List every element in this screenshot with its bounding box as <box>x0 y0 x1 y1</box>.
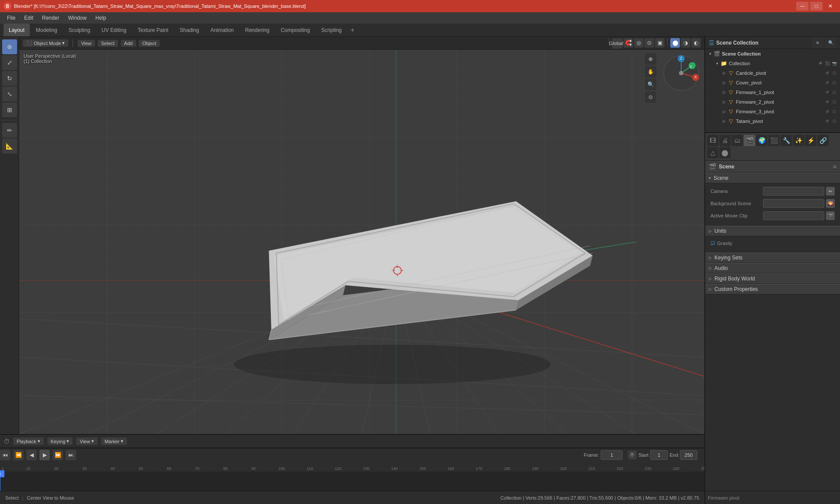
object-properties-tab[interactable]: ⬛ <box>768 135 780 146</box>
tab-layout[interactable]: Layout <box>4 24 30 36</box>
gravity-checkbox[interactable]: ☑ <box>710 240 715 246</box>
outliner-row-firmware1[interactable]: ▷ ▽ Firmware_1_pivot ↺ ⬡ <box>705 88 840 97</box>
global-local-toggle[interactable]: Global ▾ <box>612 38 623 49</box>
particles-properties-tab[interactable]: ✨ <box>793 135 804 146</box>
object-data-properties-tab[interactable]: △ <box>707 147 718 158</box>
firmware1-vis-icon[interactable]: ↺ <box>824 89 830 95</box>
view-menu-timeline-button[interactable]: View ▾ <box>76 438 98 445</box>
collection-viewport-icon[interactable]: ⬛ <box>824 60 830 66</box>
navigation-gizmo[interactable]: Y X Z <box>662 53 701 93</box>
keying-menu-button[interactable]: Keying ▾ <box>47 438 73 445</box>
material-preview-icon[interactable]: ◑ <box>681 38 690 48</box>
outliner-row-canticle[interactable]: ▷ ▽ Canticle_pivot ↺ ⬡ <box>705 68 840 78</box>
firmware3-mesh-icon[interactable]: ⬡ <box>831 108 837 115</box>
maximize-button[interactable]: □ <box>810 2 822 10</box>
marker-menu-button[interactable]: Marker ▾ <box>101 438 127 445</box>
prev-keyframe-button[interactable]: ⏪ <box>13 450 24 460</box>
canticle-mesh-icon[interactable]: ⬡ <box>831 70 837 76</box>
keying-sets-section-header[interactable]: ▷ Keying Sets <box>705 252 840 263</box>
outliner-row-tatami[interactable]: ▷ ▽ Tatami_pivot ↺ ⬡ <box>705 116 840 126</box>
menu-edit[interactable]: Edit <box>21 14 37 22</box>
transform-tool-button[interactable]: ⊞ <box>2 102 17 117</box>
tab-modeling[interactable]: Modeling <box>31 24 63 36</box>
tab-uv-editing[interactable]: UV Editing <box>96 24 132 36</box>
collection-visibility-icon[interactable]: 👁 <box>817 60 823 66</box>
collection-toggle[interactable]: ▾ <box>714 60 720 66</box>
active-movie-clip-value[interactable] <box>763 211 824 220</box>
tab-compositing[interactable]: Compositing <box>276 24 315 36</box>
output-properties-tab[interactable]: 🖨 <box>719 135 731 146</box>
tatami-mesh-icon[interactable]: ⬡ <box>831 118 837 124</box>
render-properties-tab[interactable]: 🎞 <box>707 135 718 146</box>
outliner-row-cover[interactable]: ▷ ▽ Cover_pivot ↺ ⬡ <box>705 78 840 88</box>
xray-icon[interactable]: ▣ <box>655 38 665 48</box>
collection-render-icon[interactable]: 📷 <box>831 60 837 66</box>
reverse-play-button[interactable]: ◀ <box>26 450 37 460</box>
viewport-tool-2[interactable]: ✋ <box>645 66 656 77</box>
background-scene-value[interactable] <box>763 199 824 208</box>
firmware3-vis-icon[interactable]: ↺ <box>824 108 830 115</box>
mode-selector-button[interactable]: ⬛ Object Mode ▾ <box>23 39 68 47</box>
menu-help[interactable]: Help <box>92 14 110 22</box>
physics-properties-tab[interactable]: ⚡ <box>805 135 816 146</box>
viewport-3d[interactable]: ⬛ Object Mode ▾ View Select Add Object G… <box>19 37 704 434</box>
firmware1-mesh-icon[interactable]: ⬡ <box>831 89 837 95</box>
menu-window[interactable]: Window <box>64 14 90 22</box>
viewport-tool-1[interactable]: ⊕ <box>645 53 656 65</box>
tab-scripting[interactable]: Scripting <box>316 24 347 36</box>
camera-value-field[interactable] <box>763 187 824 196</box>
add-menu-button[interactable]: Add <box>121 40 136 47</box>
cover-toggle[interactable]: ▷ <box>721 80 727 86</box>
rotate-tool-button[interactable]: ↻ <box>2 71 17 86</box>
cover-mesh-icon[interactable]: ⬡ <box>831 80 837 86</box>
current-frame-input[interactable] <box>601 450 623 460</box>
jump-end-button[interactable]: ⏭ <box>66 450 76 460</box>
scene-properties-tab[interactable]: 🎬 <box>744 135 755 146</box>
menu-file[interactable]: File <box>4 14 19 22</box>
firmware1-toggle[interactable]: ▷ <box>721 89 727 95</box>
properties-options-button[interactable]: ≡ <box>833 163 836 170</box>
custom-properties-section-header[interactable]: ▷ Custom Properties <box>705 284 840 294</box>
firmware3-toggle[interactable]: ▷ <box>721 108 727 115</box>
modifier-properties-tab[interactable]: 🔧 <box>780 135 792 146</box>
canticle-vis-icon[interactable]: ↺ <box>824 70 830 76</box>
menu-render[interactable]: Render <box>38 14 63 22</box>
units-section-header[interactable]: ▷ Units <box>705 226 840 236</box>
tab-animation[interactable]: Animation <box>205 24 239 36</box>
firmware2-mesh-icon[interactable]: ⬡ <box>831 99 837 105</box>
tatami-toggle[interactable]: ▷ <box>721 118 727 124</box>
move-tool-button[interactable]: ⤢ <box>2 55 17 70</box>
cover-vis-icon[interactable]: ↺ <box>824 80 830 86</box>
tab-sculpting[interactable]: Sculpting <box>63 24 95 36</box>
close-button[interactable]: ✕ <box>824 2 836 10</box>
play-button[interactable]: ▶ <box>39 450 50 460</box>
proportional-edit-icon[interactable]: ◎ <box>634 38 644 48</box>
annotate-tool-button[interactable]: ✏ <box>2 123 17 138</box>
view-layer-properties-tab[interactable]: 🗂 <box>732 135 743 146</box>
tab-shading[interactable]: Shading <box>175 24 204 36</box>
playback-menu-button[interactable]: Playback ▾ <box>13 438 44 445</box>
world-properties-tab[interactable]: 🌍 <box>756 135 767 146</box>
outliner-row-firmware3[interactable]: ▷ ▽ Firmware_3_pivot ↺ ⬡ <box>705 107 840 116</box>
camera-edit-icon[interactable]: ✏ <box>826 187 835 196</box>
solid-shading-icon[interactable]: ⬤ <box>670 38 680 48</box>
tatami-vis-icon[interactable]: ↺ <box>824 118 830 124</box>
firmware2-vis-icon[interactable]: ↺ <box>824 99 830 105</box>
add-workspace-button[interactable]: + <box>348 26 357 34</box>
background-scene-icon[interactable]: 🌄 <box>826 199 835 208</box>
next-keyframe-button[interactable]: ⏩ <box>52 450 63 460</box>
rendered-shading-icon[interactable]: ◐ <box>691 38 701 48</box>
view-menu-button[interactable]: View <box>77 40 95 47</box>
movie-clip-icon[interactable]: 🎬 <box>826 211 835 220</box>
outliner-row-firmware2[interactable]: ▷ ▽ Firmware_2_pivot ↺ ⬡ <box>705 97 840 107</box>
object-menu-button[interactable]: Object <box>139 40 160 47</box>
cursor-tool-button[interactable]: ⊕ <box>2 39 17 54</box>
rigid-body-world-section-header[interactable]: ▷ Rigid Body World <box>705 273 840 284</box>
scene-collection-toggle[interactable]: ▾ <box>707 51 713 57</box>
end-frame-input[interactable] <box>680 450 697 460</box>
viewport-tool-4[interactable]: ⊙ <box>645 91 656 103</box>
canticle-toggle[interactable]: ▷ <box>721 70 727 76</box>
start-frame-input[interactable] <box>650 450 668 460</box>
tab-texture-paint[interactable]: Texture Paint <box>133 24 174 36</box>
outliner-search-button[interactable]: 🔍 <box>825 37 836 49</box>
